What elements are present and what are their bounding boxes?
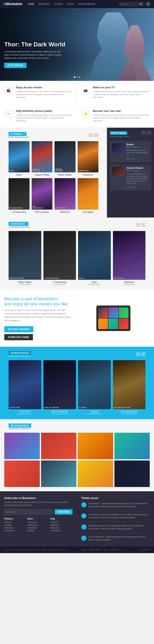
- footer-bottom-link-html[interactable]: HTML | HTML5: [89, 549, 101, 551]
- user-avatar[interactable]: 👤: [146, 2, 150, 6]
- movies-icon: 🎬: [4, 86, 13, 94]
- subscribe-title: Subscribe to Moviedom: [4, 496, 72, 500]
- theaters-next-btn[interactable]: ›: [94, 133, 98, 137]
- footer-link[interactable]: Adipiscing: [50, 524, 72, 526]
- gallery-item[interactable]: [41, 433, 76, 459]
- winter-poster[interactable]: WINTERSOLDIER: [54, 141, 76, 172]
- footer-link[interactable]: Maecenas: [50, 527, 72, 529]
- gallery-item[interactable]: [78, 433, 113, 459]
- tv-prev-btn[interactable]: ‹: [142, 131, 146, 135]
- bones-read-more[interactable]: Read More: [126, 158, 135, 160]
- play-trailer-button[interactable]: PLAY TRAILER: [4, 63, 26, 68]
- footer-link[interactable]: Valemat: [28, 530, 50, 532]
- gallery-item[interactable]: [4, 433, 40, 459]
- theaters-prev-btn[interactable]: ‹: [89, 133, 93, 137]
- footer-link[interactable]: Ullamcorper: [4, 530, 26, 532]
- almost-human-thumbnail[interactable]: [112, 166, 125, 176]
- footer-link[interactable]: Tincidunt: [50, 521, 72, 523]
- member-section: Become a part of Moviedom and enjoy all …: [0, 290, 154, 347]
- nav-home[interactable]: HOME: [27, 2, 35, 6]
- nowyousee-poster[interactable]: NOW YOU SEE ME: [44, 360, 76, 409]
- tablet-poster-4: [98, 318, 108, 329]
- footer-bottom-link-latest[interactable]: Latest | 01: [111, 549, 119, 551]
- ws-cs-poster[interactable]: WINTER SOLDIER: [8, 231, 41, 280]
- list-item: LAST VEGAS Last Vegas: [78, 178, 98, 213]
- footer-link[interactable]: Consectetur: [50, 530, 72, 532]
- site-logo[interactable]: MMoviedom: [4, 2, 23, 6]
- hero-dot-1[interactable]: [74, 76, 75, 78]
- search-box[interactable]: 🔍: [119, 2, 144, 6]
- gallery-item[interactable]: [41, 460, 76, 487]
- frankenstein-poster[interactable]: I,FRANKENSTEIN: [8, 178, 30, 210]
- noah-title: Noah: [16, 174, 22, 176]
- feature-movies-desc: Curabitur ultrices diam arcu non dictum.…: [16, 90, 72, 99]
- footer-bottom-link-home[interactable]: Home: [82, 549, 86, 551]
- twitter-icon-2: 🐦: [81, 513, 86, 518]
- subscribe-section: Subscribe to Moviedom Curabitur ultrices…: [0, 491, 77, 546]
- feature-hd-title: High-definition picture quality: [16, 110, 73, 112]
- hero-dot-2[interactable]: [76, 76, 78, 78]
- gallery-item[interactable]: [78, 460, 113, 487]
- gallery-item[interactable]: [114, 433, 150, 459]
- hero-dots: [74, 76, 80, 78]
- top-rated-next-btn[interactable]: ›: [141, 352, 146, 356]
- almost-human-info: Almost Human Best TV Shows Sed venenatis…: [126, 166, 149, 188]
- elysium-poster[interactable]: ELYSIUM: [78, 360, 111, 409]
- top-rated-prev-btn[interactable]: ‹: [136, 352, 140, 356]
- feature-star-desc: Curabitur ultrices diam arcu non dictum.…: [93, 114, 150, 122]
- tweet-item: 🐦 Ut Purus Etiamest : quanda gravida qua…: [81, 536, 150, 541]
- noah-cs-sub: Coming Soon: [88, 284, 100, 286]
- pacific-poster[interactable]: PACIFIC RIM: [8, 360, 41, 409]
- tweet-text-1: Ut ferpatorem : Falla malesuada ligm for…: [88, 502, 150, 508]
- gallery-item[interactable]: [4, 460, 40, 487]
- partners-col: Partners Praesent Curabitur Sollicitudin…: [4, 518, 26, 532]
- gallery-section: Moviedom Gallery Suspendisse mattis libe…: [0, 419, 154, 491]
- footer-link[interactable]: Ullamcorper: [28, 524, 50, 526]
- feature-star-title: Become your own star!: [93, 110, 150, 112]
- tv-next-btn[interactable]: ›: [147, 131, 151, 135]
- mal-cs-poster[interactable]: MALEFICENT: [113, 231, 146, 280]
- gallery-item[interactable]: [114, 460, 150, 487]
- bones-thumbnail[interactable]: [112, 143, 125, 153]
- lasvegas-poster[interactable]: LAST VEGAS: [78, 178, 98, 210]
- counselor-title: The Counselor: [35, 211, 49, 213]
- homefront-poster[interactable]: HOMEFRONT: [78, 141, 98, 172]
- hero-dot-3[interactable]: [79, 76, 80, 78]
- nav-features[interactable]: FEATURES: [38, 2, 51, 6]
- noah-cs-poster[interactable]: NOAH: [78, 231, 111, 280]
- hero-description: Lorem ipsum dolor sit amet, consectetur …: [4, 50, 64, 60]
- theaters-movies-grid: NOAH Noah CAPTAINPHILLIPS Captain Philli…: [4, 141, 103, 213]
- coming-soon-grid: WINTER SOLDIER Winter Soldier Coming Soo…: [4, 231, 150, 286]
- nav-stuff[interactable]: STUFF: [66, 2, 75, 6]
- gatsby-poster[interactable]: THE GREAT GATSBY: [113, 360, 146, 409]
- counselor-poster[interactable]: THECOUNSELOR: [32, 178, 52, 210]
- footer-link[interactable]: Fermentum: [28, 527, 50, 529]
- top-rated-subtitle: Suspendisse mattis libero: [8, 355, 33, 357]
- top-rated-header: Top Rated Movies Suspendisse mattis libe…: [4, 351, 150, 357]
- subscribe-button[interactable]: SUBSCRIBE: [55, 509, 72, 514]
- coming-soon-prev-btn[interactable]: ‹: [136, 223, 140, 227]
- almost-human-read-more[interactable]: Read More: [126, 186, 135, 188]
- footer-bottom-link-top[interactable]: Top ↑: [104, 549, 108, 551]
- footer-link[interactable]: Fermentum: [28, 521, 50, 523]
- maleficent-poster[interactable]: MALEFICENT: [54, 178, 76, 210]
- footer-link[interactable]: Sollicitudin: [4, 527, 26, 529]
- captain-poster[interactable]: CAPTAINPHILLIPS: [32, 141, 52, 172]
- tablet-poster-3: [119, 307, 128, 318]
- if-cs-poster[interactable]: I, FRANKENSTEIN: [44, 231, 76, 280]
- nav-grids[interactable]: GRIDS PREVIEW: [77, 2, 96, 6]
- become-member-button[interactable]: BECOME A MEMBER: [4, 326, 33, 332]
- hero-content: Thor: The Dark World Lorem ipsum dolor s…: [4, 41, 66, 68]
- footer-link[interactable]: Praesent: [4, 521, 26, 523]
- coming-soon-next-btn[interactable]: ›: [141, 223, 146, 227]
- nav-extras[interactable]: EXTRAS: [53, 2, 64, 6]
- footer-link[interactable]: Curabitur: [4, 524, 26, 526]
- hero-section: Thor: The Dark World Lorem ipsum dolor s…: [0, 8, 154, 81]
- noah-poster[interactable]: NOAH: [8, 141, 30, 172]
- list-item: WINTER SOLDIER Winter Soldier Coming Soo…: [8, 231, 41, 286]
- subscribe-email-input[interactable]: [4, 509, 54, 514]
- download-theme-button[interactable]: DOWNLOAD THEME: [4, 334, 33, 340]
- footer-bottom-link-version[interactable]: 1.0: [122, 549, 124, 551]
- ws-cs-title: Winter Soldier: [18, 281, 32, 284]
- search-input[interactable]: [120, 3, 140, 5]
